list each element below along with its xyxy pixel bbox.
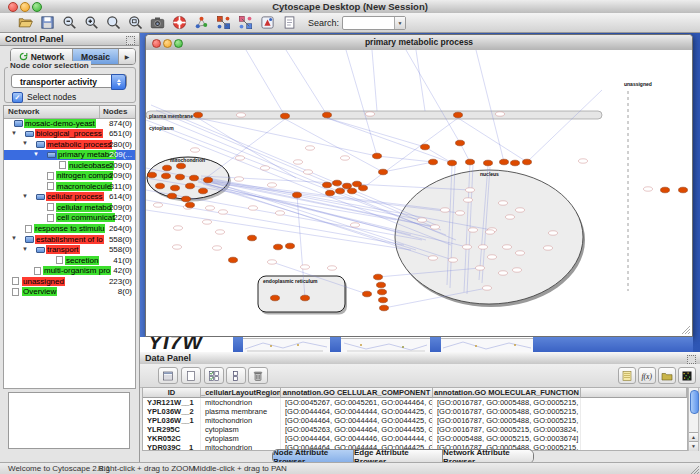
selected-gene-node[interactable]	[326, 190, 335, 196]
selected-gene-node[interactable]	[301, 295, 310, 301]
gene-node[interactable]	[516, 208, 525, 212]
show-graphics-details-button[interactable]	[216, 15, 231, 30]
selected-gene-node[interactable]	[348, 188, 357, 194]
tree-label[interactable]: mosaic-demo-yeast	[24, 119, 96, 128]
table-row[interactable]: YLR295Ccytoplasm[GO:0045263, GO:0044464,…	[143, 425, 688, 434]
cell-molecular-function[interactable]: [GO:0016787, GO:0005215, GO:0003824, G..…	[433, 425, 581, 434]
gene-node[interactable]	[206, 206, 215, 210]
edge[interactable]	[286, 50, 327, 115]
table-row[interactable]: YPL036W__1mitochondrion[GO:0044464, GO:0…	[143, 416, 688, 425]
network-overview-box[interactable]	[8, 392, 130, 449]
save-session-button[interactable]	[40, 15, 55, 30]
gene-node[interactable]	[341, 156, 350, 160]
float-panel-icon[interactable]	[126, 36, 135, 45]
selected-gene-node[interactable]	[204, 177, 213, 183]
column-header-annotation.GO MOLECULAR_FUNCTION[interactable]: annotation.GO MOLECULAR_FUNCTION	[433, 388, 581, 398]
column-header-annotation.GO CELLULAR_COMPONENT[interactable]: annotation.GO CELLULAR_COMPONENT	[281, 388, 433, 398]
background-window-titlebar[interactable]	[430, 337, 441, 352]
tree-label[interactable]: biological_process	[35, 129, 103, 138]
selected-gene-node[interactable]	[163, 165, 172, 171]
gene-node[interactable]	[516, 251, 525, 255]
cell-region[interactable]: mitochondrion	[201, 416, 281, 425]
gene-node[interactable]	[469, 228, 478, 232]
unselect-all-attributes-button[interactable]	[181, 367, 201, 384]
selected-gene-node[interactable]	[190, 175, 199, 181]
gene-node[interactable]	[499, 201, 508, 205]
selected-gene-node[interactable]	[162, 173, 171, 179]
import-attributes-button[interactable]	[658, 367, 676, 384]
column-header-empty[interactable]	[581, 388, 687, 398]
gene-node[interactable]	[483, 286, 492, 290]
selected-gene-node[interactable]	[177, 163, 186, 169]
edge[interactable]	[346, 50, 377, 156]
selected-gene-node[interactable]	[379, 169, 388, 175]
background-window-titlebar[interactable]	[330, 337, 341, 352]
attribute-table[interactable]: ID_cellularLayoutRegionannotation.GO CEL…	[142, 387, 688, 451]
tree-label[interactable]: primary metabol	[57, 150, 116, 159]
gene-node[interactable]	[219, 210, 228, 214]
table-row[interactable]: YPL036W__2plasma membrane[GO:0044464, GO…	[143, 407, 688, 416]
tree-label[interactable]: nitrogen compo	[56, 171, 113, 180]
snapshot-button[interactable]	[150, 15, 165, 30]
hide-graphics-details-button[interactable]	[238, 15, 253, 30]
tree-row-nucleobase-[interactable]: nucleobase-209(0)	[4, 160, 135, 171]
selected-gene-node[interactable]	[286, 243, 295, 249]
cell-id[interactable]: YPL036W__1	[143, 416, 201, 425]
resize-grip-icon[interactable]	[689, 464, 699, 474]
edge[interactable]	[327, 118, 425, 147]
tree-row-multi-organism-pro[interactable]: multi-organism pro42(0)	[4, 266, 135, 277]
scrollbar-thumb[interactable]	[690, 390, 699, 414]
cell-cellular-component[interactable]: [GO:0045263, GO:0044464, GO:0044455, G..…	[281, 425, 433, 434]
tree-row-primary-metabol[interactable]: ▼primary metabol209(...	[4, 150, 135, 161]
chevron-down-icon[interactable]: ▼	[394, 17, 405, 29]
gene-node[interactable]	[488, 255, 497, 259]
edge[interactable]	[458, 118, 527, 162]
network-view-frame[interactable]: primary metabolic process plasma membran…	[145, 34, 693, 337]
tree-label[interactable]: nucleobase-	[68, 161, 114, 170]
tree-row-secretion[interactable]: secretion41(0)	[4, 255, 135, 266]
background-window-thumbnail[interactable]	[341, 338, 430, 352]
combo-stepper-icon[interactable]	[111, 74, 126, 90]
gene-node[interactable]	[503, 245, 512, 249]
selected-gene-node[interactable]	[484, 160, 493, 166]
selected-gene-node[interactable]	[168, 193, 177, 199]
gene-node[interactable]	[441, 208, 450, 212]
cell-id[interactable]: YDR039C__1	[143, 443, 201, 451]
search-input[interactable]: ▼	[342, 16, 406, 30]
nodes-column-header[interactable]: Nodes	[103, 107, 127, 116]
cell-region[interactable]: mitochondrion	[201, 443, 281, 451]
selected-gene-node[interactable]	[378, 289, 387, 295]
attribute-modify-button[interactable]	[226, 367, 246, 384]
edge[interactable]	[527, 90, 602, 162]
cell-cellular-component[interactable]: [GO:0044464, GO:0044444, GO:0044425, G..…	[281, 416, 433, 425]
background-window-thumbnail[interactable]	[243, 338, 330, 352]
tree-row-unassigned[interactable]: unassigned223(0)	[4, 276, 135, 287]
network-column-header[interactable]: Network	[8, 107, 40, 116]
selected-gene-node[interactable]	[380, 305, 389, 311]
selected-gene-node[interactable]	[429, 159, 438, 165]
help-button[interactable]	[172, 15, 187, 30]
gene-node[interactable]	[203, 220, 212, 224]
selected-gene-node[interactable]	[679, 187, 688, 193]
selected-gene-node[interactable]	[373, 153, 382, 159]
zoom-out-button[interactable]	[62, 15, 77, 30]
selected-gene-node[interactable]	[323, 112, 332, 118]
tree-row-mosaic-demo-yeast[interactable]: mosaic-demo-yeast874(0)	[4, 118, 135, 129]
selected-gene-node[interactable]	[229, 257, 238, 263]
cell-region[interactable]: plasma membrane	[201, 407, 281, 416]
table-row[interactable]: YJR121W__1mitochondrion[GO:0045267, GO:0…	[143, 398, 688, 407]
edge[interactable]	[246, 50, 285, 116]
gene-node[interactable]	[544, 246, 553, 250]
select-all-attributes-button[interactable]	[158, 367, 178, 384]
tree-row-cell-communicat[interactable]: cell communicat22(0)	[4, 213, 135, 224]
selected-gene-node[interactable]	[199, 188, 208, 194]
background-window-titlebar[interactable]	[233, 337, 243, 352]
selected-gene-node[interactable]	[456, 140, 465, 146]
tree-row-overview[interactable]: Overview8(0)	[4, 287, 135, 298]
gene-node[interactable]	[418, 218, 427, 222]
selected-gene-node[interactable]	[421, 144, 430, 150]
node-color-select[interactable]: transporter activity	[11, 74, 127, 88]
selected-gene-node[interactable]	[466, 159, 475, 165]
cell-region[interactable]: mitochondrion	[201, 398, 281, 407]
nucleus-region[interactable]	[395, 170, 583, 304]
